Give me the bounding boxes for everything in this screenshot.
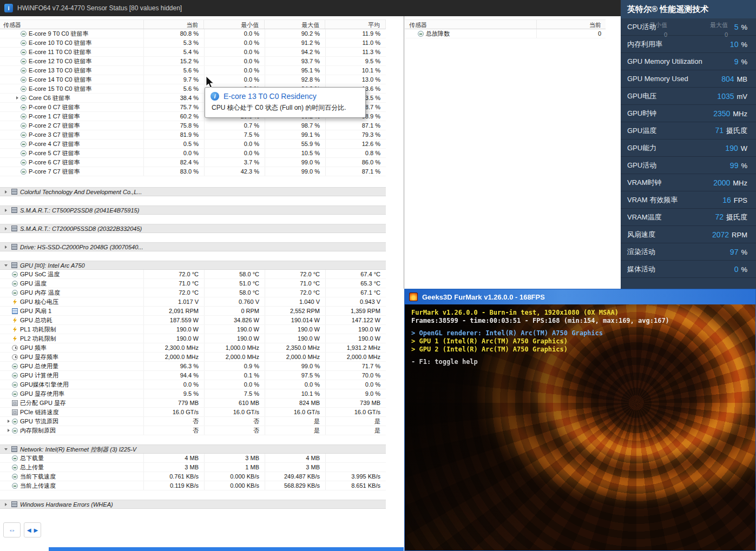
section-row[interactable]: S.M.A.R.T.: CT2000P5SSD8 (20322B332045) <box>0 224 386 233</box>
sensor-name: GPU 总使用量 <box>20 362 58 370</box>
value-min: 190.0 W <box>204 325 265 334</box>
telemetry-value-group: 190W <box>725 143 747 153</box>
sensor-row[interactable]: PCIe 链路速度16.0 GT/s16.0 GT/s16.0 GT/s16.0… <box>0 408 386 417</box>
value-current: 0.119 KB/s <box>143 481 204 490</box>
sensor-row[interactable]: GPU媒体引擎使用0.0 %0.0 %0.0 %0.0 % <box>0 380 386 389</box>
section-row[interactable]: S.M.A.R.T.: CT500P2SSD8 (2041E4B75915) <box>0 205 386 215</box>
sensor-row[interactable]: E-core 9 T0 C0 驻留率80.8 %0.0 %90.2 %11.9 … <box>0 29 386 38</box>
sensor-row[interactable]: E-core 14 T0 C0 驻留率9.7 %0.0 %92.8 %13.0 … <box>0 75 386 84</box>
sensor-name-cell: 总下载量 <box>0 454 143 462</box>
expander-icon[interactable] <box>3 206 9 214</box>
expander-icon[interactable] <box>5 426 12 435</box>
expander-icon[interactable] <box>3 445 9 453</box>
sensor-row[interactable]: P-core 5 C7 驻留率0.0 %0.0 %10.5 %0.8 % <box>0 149 386 158</box>
value-min: 0.0 % <box>204 149 265 157</box>
column-header-sensor[interactable]: 传感器 <box>0 20 143 29</box>
sensor-row[interactable]: GPU 温度71.0 °C51.0 °C71.0 °C65.3 °C <box>0 279 386 288</box>
value-current: 94.4 % <box>143 371 204 380</box>
sensor-row[interactable]: 总下载量4 MB3 MB4 MB <box>0 454 386 463</box>
section-row[interactable]: GPU [#0]: Intel Arc A750 <box>0 261 386 270</box>
value-avg <box>325 463 386 472</box>
fan-icon <box>12 308 18 314</box>
section-row[interactable]: Network: Intel(R) Ethernet 控制器 (3) I225-… <box>0 444 386 454</box>
column-header-current[interactable]: 当前 <box>143 20 204 29</box>
expander-icon[interactable] <box>3 261 9 269</box>
sensor-row[interactable]: E-core 12 T0 C0 驻留率15.2 %0.0 %93.7 %9.5 … <box>0 57 386 66</box>
sensor-row[interactable]: E-core 13 T0 C0 驻留率5.6 %0.0 %95.1 %10.1 … <box>0 66 386 75</box>
navigate-arrows-button[interactable]: ⇔ <box>3 522 21 537</box>
expander-icon[interactable] <box>3 243 9 251</box>
bolt-icon <box>12 299 18 305</box>
sensor-name: P-core 1 C7 驻留率 <box>29 112 80 121</box>
mouse-cursor-icon <box>205 76 217 91</box>
sensor-row[interactable]: GPU 频率2,300.0 MHz1,000.0 MHz2,350.0 MHz1… <box>0 343 386 353</box>
sensor-row[interactable]: P-core 3 C7 驻留率81.9 %7.5 %99.1 %79.3 % <box>0 130 386 140</box>
value-min: 1 MB <box>204 463 265 472</box>
expander-icon[interactable] <box>5 417 12 426</box>
expander-icon[interactable] <box>3 500 9 508</box>
sensor-row[interactable]: P-core 4 C7 驻留率0.5 %0.0 %55.9 %12.6 % <box>0 140 386 149</box>
sensor-row[interactable]: GPU 计算使用94.4 %0.1 %97.5 %70.0 % <box>0 371 386 380</box>
sensor-name: P-core 2 C7 驻留率 <box>29 121 80 130</box>
sensor-row[interactable]: GPU 总使用量96.3 %0.9 %99.0 %71.7 % <box>0 362 386 371</box>
value-avg: 0.0 % <box>325 380 386 389</box>
sensor-row[interactable]: E-core 11 T0 C0 驻留率5.4 %0.0 %94.2 %11.3 … <box>0 48 386 57</box>
telemetry-label: GPU时钟 <box>627 109 656 118</box>
value-current: 0 <box>536 29 606 38</box>
sensor-row[interactable]: P-core 2 C7 驻留率75.8 %0.7 %98.7 %87.1 % <box>0 121 386 130</box>
telemetry-unit: MHz <box>733 179 747 187</box>
value-avg: 11.9 % <box>325 29 386 38</box>
sensor-row[interactable]: P-core 7 C7 驻留率83.0 %42.3 %99.0 %87.1 % <box>0 167 386 176</box>
hwinfo-titlebar[interactable]: i HWiNFO64 v7.24-4770 Sensor Status [80 … <box>0 0 621 16</box>
section-row[interactable]: Windows Hardware Errors (WHEA) <box>0 500 386 509</box>
value-avg: 1,359 RPM <box>325 307 386 315</box>
section-row[interactable]: Colorful Technology And Development Co.,… <box>0 187 386 196</box>
value-min: 34.826 W <box>204 316 265 324</box>
sensor-name-cell: 当前下载速度 <box>0 472 143 481</box>
column-header-max[interactable]: 最大值 <box>264 20 325 29</box>
expander-icon[interactable] <box>3 224 9 233</box>
column-header-min[interactable]: 最小值 <box>203 20 264 29</box>
sensor-row[interactable]: 当前下载速度0.761 KB/s0.000 KB/s249.487 KB/s3.… <box>0 472 386 481</box>
sensor-row[interactable]: PL1 功耗限制190.0 W190.0 W190.0 W190.0 W <box>0 325 386 334</box>
telemetry-label: GPU电压 <box>627 91 656 101</box>
sensor-name-cell: Core C6 驻留率 <box>0 94 143 102</box>
sensor-row[interactable]: GPU 节流原因否否是是 <box>0 417 386 426</box>
sensor-row[interactable]: GPU 核心电压1.017 V0.760 V1.040 V0.943 V <box>0 297 386 307</box>
telemetry-value: 9 <box>734 57 739 66</box>
sensor-row[interactable]: 内存限制原因否否是是 <box>0 426 386 435</box>
telemetry-value: 99 <box>730 161 739 170</box>
row-gap <box>0 251 386 261</box>
sensor-row[interactable]: P-core 6 C7 驻留率82.4 %3.7 %99.0 %86.0 % <box>0 158 386 167</box>
expander-icon[interactable] <box>3 188 9 196</box>
sensor-row[interactable]: GPU 显存频率2,000.0 MHz2,000.0 MHz2,000.0 MH… <box>0 353 386 362</box>
telemetry-label: VRAM 有效频率 <box>627 195 678 205</box>
sensor-row[interactable]: GPU 显存使用率9.5 %7.5 %10.1 %9.0 % <box>0 389 386 399</box>
sensor-row[interactable]: 已分配 GPU 显存779 MB610 MB824 MB739 MB <box>0 399 386 408</box>
furmark-overlay-line: FurMark v1.26.0.0 - Burn-in test, 1920x1… <box>411 309 669 317</box>
sensor-row[interactable]: GPU 风扇 12,091 RPM0 RPM2,552 RPM1,359 RPM <box>0 307 386 316</box>
section-row[interactable]: Drive: HS-SSD-C2000Pro 2048G (30070540..… <box>0 242 386 251</box>
sensor-name: 总下载量 <box>20 454 44 462</box>
column-header-sensor[interactable]: 传感器 <box>405 20 536 29</box>
expander-icon[interactable] <box>14 94 21 102</box>
sensor-row[interactable]: PL2 功耗限制190.0 W190.0 W190.0 W190.0 W <box>0 334 386 343</box>
sensor-name-cell: E-core 10 T0 C0 驻留率 <box>0 38 143 47</box>
sensor-row[interactable]: 总上传量3 MB1 MB3 MB <box>0 463 386 472</box>
value-avg: 12.6 % <box>325 140 386 148</box>
telemetry-row: 媒体活动0% <box>621 261 756 278</box>
value-min: 0.1 % <box>204 371 265 380</box>
telemetry-value: 2072 <box>712 230 729 239</box>
value-avg: 86.0 % <box>325 158 386 167</box>
sensor-row[interactable]: 总故障数0 <box>405 29 606 38</box>
telemetry-unit: 摄氏度 <box>726 213 747 221</box>
sensor-row[interactable]: 当前上传速度0.119 KB/s0.000 KB/s568.829 KB/s8.… <box>0 481 386 490</box>
sensor-row[interactable]: GPU SoC 温度72.0 °C58.0 °C72.0 °C67.4 °C <box>0 270 386 279</box>
sensor-row[interactable]: GPU 内存 温度72.0 °C58.0 °C72.0 °C67.1 °C <box>0 288 386 297</box>
sensor-row[interactable]: GPU 总功耗187.559 W34.826 W190.014 W147.122… <box>0 316 386 325</box>
furmark-titlebar[interactable]: Geeks3D FurMark v1.26.0.0 - 168FPS <box>405 289 755 304</box>
column-header-avg[interactable]: 平均 <box>325 20 385 29</box>
sensor-row[interactable]: E-core 10 T0 C0 驻留率5.3 %0.0 %91.2 %11.0 … <box>0 38 386 48</box>
jump-arrows-button[interactable]: ◄► <box>24 522 41 537</box>
column-header-current[interactable]: 当前 <box>536 20 606 29</box>
